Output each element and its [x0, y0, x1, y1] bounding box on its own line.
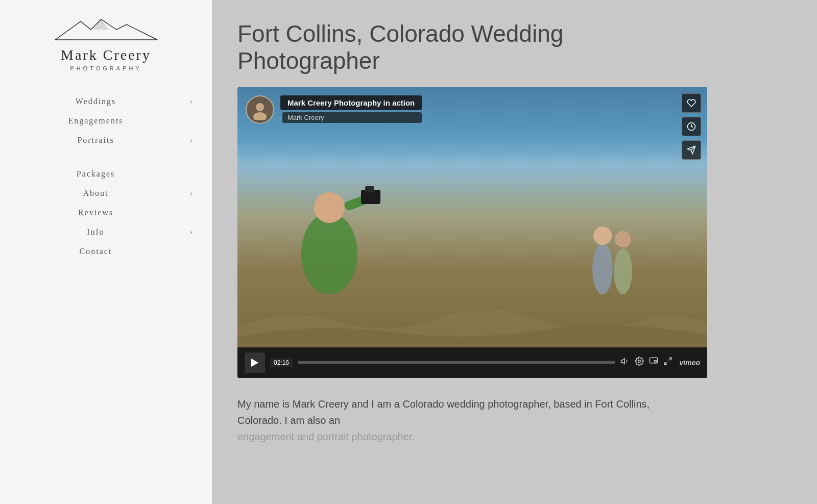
sidebar-item-engagements[interactable]: Engagements [0, 111, 212, 131]
svg-point-11 [593, 226, 612, 245]
vimeo-action-icons [682, 93, 701, 160]
timestamp-tooltip: 02:16 [270, 358, 293, 367]
body-text-faded: engagement and portrait photographer. [237, 431, 415, 442]
svg-line-20 [664, 362, 667, 365]
main-content: Fort Collins, Colorado Wedding Photograp… [212, 0, 817, 504]
chevron-icon: › [190, 97, 193, 106]
logo-area: Mark Creery Photography [35, 15, 178, 71]
svg-marker-14 [251, 359, 258, 367]
sidebar-nav: Weddings › Engagements Portraits › Packa… [0, 92, 212, 261]
fullscreen-icon[interactable] [663, 357, 672, 368]
volume-icon[interactable] [620, 357, 630, 368]
svg-point-16 [638, 360, 640, 363]
like-icon[interactable] [682, 93, 701, 113]
photographer-figure [278, 162, 380, 307]
couple-figure [580, 197, 646, 301]
controls-right: vimeo [620, 357, 700, 368]
video-overlay-info: Mark Creery Photography in action Mark C… [246, 95, 422, 124]
svg-marker-15 [621, 359, 624, 364]
svg-point-0 [256, 103, 264, 111]
settings-icon[interactable] [635, 357, 644, 368]
landscape-bg [237, 296, 707, 347]
watchlater-icon[interactable] [682, 117, 701, 136]
svg-point-1 [253, 112, 267, 120]
svg-point-5 [301, 213, 357, 294]
video-title-box: Mark Creery Photography in action Mark C… [280, 95, 422, 123]
channel-name-badge: Mark Creery [282, 112, 422, 123]
vimeo-logo: vimeo [680, 359, 700, 367]
logo-sub: Photography [50, 65, 162, 71]
chevron-icon: › [190, 189, 193, 198]
body-text-visible: My name is Mark Creery and I am a Colora… [237, 398, 650, 426]
sidebar: Mark Creery Photography Weddings › Engag… [0, 0, 212, 504]
play-button[interactable] [245, 352, 265, 373]
sidebar-item-weddings[interactable]: Weddings › [0, 92, 212, 111]
svg-rect-18 [654, 361, 657, 363]
video-title-badge: Mark Creery Photography in action [280, 95, 422, 110]
sidebar-item-portraits[interactable]: Portraits › [0, 131, 212, 150]
logo-name: Mark Creery [50, 47, 162, 63]
sidebar-item-info[interactable]: Info › [0, 222, 212, 242]
svg-rect-9 [365, 186, 374, 192]
share-icon[interactable] [682, 140, 701, 160]
sidebar-item-contact[interactable]: Contact [0, 242, 212, 261]
svg-point-6 [314, 192, 345, 223]
pip-icon[interactable] [649, 357, 658, 368]
video-scene: Mark Creery Photography in action Mark C… [237, 87, 707, 347]
sidebar-item-reviews[interactable]: Reviews [0, 203, 212, 222]
body-text: My name is Mark Creery and I am a Colora… [237, 396, 666, 445]
sidebar-item-packages[interactable]: Packages [0, 164, 212, 184]
svg-point-13 [615, 231, 631, 247]
progress-bar[interactable] [298, 361, 615, 364]
sidebar-item-about[interactable]: About › [0, 184, 212, 203]
svg-point-12 [614, 248, 632, 294]
chevron-icon: › [190, 228, 193, 237]
video-player[interactable]: Mark Creery Photography in action Mark C… [237, 87, 707, 378]
logo-mountain-icon [50, 15, 162, 43]
svg-line-19 [668, 358, 671, 361]
channel-avatar [246, 95, 274, 124]
page-title: Fort Collins, Colorado Wedding Photograp… [237, 20, 605, 74]
svg-point-10 [592, 243, 613, 294]
chevron-icon: › [190, 136, 193, 145]
video-controls-bar: 02:16 [237, 347, 707, 378]
